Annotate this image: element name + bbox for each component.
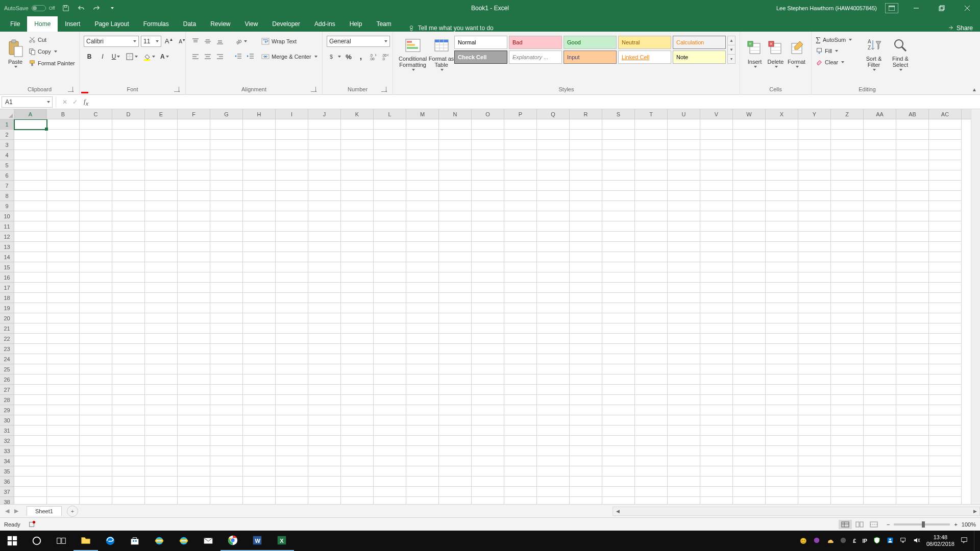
cell[interactable] [47, 323, 80, 334]
cell[interactable] [864, 181, 896, 191]
cell[interactable] [14, 374, 47, 385]
cell[interactable] [276, 170, 308, 181]
cell[interactable] [210, 446, 243, 456]
cell[interactable] [341, 466, 374, 477]
column-header[interactable]: G [210, 109, 243, 119]
cell[interactable] [700, 252, 733, 262]
cell[interactable] [635, 466, 668, 477]
cell[interactable] [896, 191, 929, 201]
column-header[interactable]: AB [896, 109, 929, 119]
cell[interactable] [896, 425, 929, 436]
sheet-nav-prev-icon[interactable]: ◀ [5, 508, 9, 514]
cell[interactable] [439, 272, 472, 283]
cell[interactable] [929, 334, 962, 344]
cell[interactable] [668, 262, 700, 272]
cell[interactable] [112, 150, 145, 160]
cell[interactable] [14, 119, 47, 130]
horizontal-scrollbar[interactable]: ◀▶ [612, 507, 980, 516]
cell[interactable] [896, 466, 929, 477]
cell[interactable] [700, 425, 733, 436]
cell[interactable] [896, 487, 929, 497]
cell[interactable] [602, 160, 635, 170]
cell[interactable] [439, 425, 472, 436]
cell[interactable] [80, 181, 112, 191]
tab-data[interactable]: Data [176, 16, 203, 32]
cell[interactable] [243, 160, 276, 170]
sort-filter-button[interactable]: AZ Sort & Filter [861, 34, 887, 73]
cell[interactable] [341, 160, 374, 170]
cell[interactable] [635, 201, 668, 211]
row-header[interactable]: 7 [0, 181, 14, 191]
cell[interactable] [635, 323, 668, 334]
cell[interactable] [929, 446, 962, 456]
cell[interactable] [406, 334, 439, 344]
cell[interactable] [733, 150, 766, 160]
cell[interactable] [308, 344, 341, 354]
cell[interactable] [668, 334, 700, 344]
cell[interactable] [602, 313, 635, 323]
cell[interactable] [406, 221, 439, 232]
column-header[interactable]: N [439, 109, 472, 119]
cell[interactable] [668, 415, 700, 425]
cell[interactable] [733, 313, 766, 323]
cell[interactable] [14, 242, 47, 252]
cell[interactable] [733, 242, 766, 252]
cell[interactable] [80, 272, 112, 283]
cell[interactable] [276, 150, 308, 160]
cell[interactable] [112, 354, 145, 364]
cell[interactable] [668, 405, 700, 415]
row-header[interactable]: 9 [0, 201, 14, 211]
cell[interactable] [80, 497, 112, 504]
cell[interactable] [47, 405, 80, 415]
column-header[interactable]: J [308, 109, 341, 119]
cell[interactable] [80, 221, 112, 232]
cell-style-normal[interactable]: Normal [454, 36, 507, 49]
action-center-icon[interactable] [961, 537, 968, 545]
cell[interactable] [406, 323, 439, 334]
cell[interactable] [864, 415, 896, 425]
cell[interactable] [700, 364, 733, 374]
cell[interactable] [929, 436, 962, 446]
word-icon[interactable]: W [245, 531, 270, 551]
cell[interactable] [798, 303, 831, 313]
cell[interactable] [831, 140, 864, 150]
cell[interactable] [439, 436, 472, 446]
cell[interactable] [504, 232, 537, 242]
cell[interactable] [831, 130, 864, 140]
cell[interactable] [439, 262, 472, 272]
cell[interactable] [570, 160, 602, 170]
cell[interactable] [210, 405, 243, 415]
cell[interactable] [178, 497, 210, 504]
cell[interactable] [145, 313, 178, 323]
cell[interactable] [374, 456, 406, 466]
cell[interactable] [831, 201, 864, 211]
cell[interactable] [341, 211, 374, 221]
cell[interactable] [439, 119, 472, 130]
cell[interactable] [570, 364, 602, 374]
cell[interactable] [243, 354, 276, 364]
cell[interactable] [14, 252, 47, 262]
cell[interactable] [178, 354, 210, 364]
cell[interactable] [341, 344, 374, 354]
column-header[interactable]: U [668, 109, 700, 119]
cell[interactable] [80, 323, 112, 334]
cell[interactable] [733, 364, 766, 374]
cell[interactable] [112, 487, 145, 497]
cell[interactable] [896, 323, 929, 334]
cell[interactable] [766, 211, 798, 221]
cell[interactable] [537, 140, 570, 150]
cell[interactable] [14, 160, 47, 170]
cell[interactable] [896, 415, 929, 425]
cell[interactable] [504, 181, 537, 191]
tab-formulas[interactable]: Formulas [136, 16, 176, 32]
cell[interactable] [733, 303, 766, 313]
cell-style-neutral[interactable]: Neutral [618, 36, 671, 49]
cell[interactable] [700, 232, 733, 242]
cell[interactable] [602, 436, 635, 446]
cell[interactable] [602, 293, 635, 303]
cell[interactable] [112, 242, 145, 252]
cell[interactable] [537, 436, 570, 446]
cell[interactable] [929, 150, 962, 160]
cell[interactable] [504, 140, 537, 150]
row-header[interactable]: 23 [0, 344, 14, 354]
